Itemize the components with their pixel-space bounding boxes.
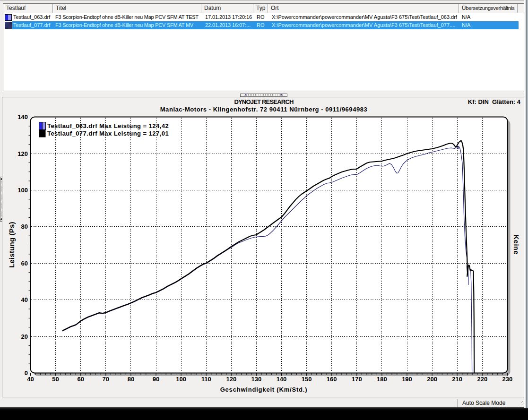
svg-text:Kf: DIN Glätten: 4: Kf: DIN Glätten: 4 xyxy=(468,98,521,105)
svg-text:180: 180 xyxy=(377,376,387,383)
svg-text:110: 110 xyxy=(201,376,211,383)
svg-text:Maniac-Motors - Klingenhofstr.: Maniac-Motors - Klingenhofstr. 72 90411 … xyxy=(160,106,368,113)
svg-text:210: 210 xyxy=(452,376,462,383)
svg-text:220: 220 xyxy=(477,376,487,383)
svg-text:Testlauf_063.drf Max Leistung: Testlauf_063.drf Max Leistung = 124,42 xyxy=(47,122,169,129)
svg-text:Keine: Keine xyxy=(512,235,520,255)
svg-text:230: 230 xyxy=(502,376,513,383)
svg-text:140: 140 xyxy=(17,113,28,120)
svg-text:80: 80 xyxy=(128,376,134,383)
svg-text:100: 100 xyxy=(176,376,186,383)
svg-text:70: 70 xyxy=(103,376,109,383)
svg-text:120: 120 xyxy=(17,150,28,157)
svg-text:60: 60 xyxy=(21,260,28,267)
svg-text:80: 80 xyxy=(21,223,28,230)
svg-text:170: 170 xyxy=(352,376,362,383)
svg-text:40: 40 xyxy=(21,296,28,303)
svg-text:40: 40 xyxy=(27,376,34,383)
svg-text:DYNOJET RESEARCH: DYNOJET RESEARCH xyxy=(234,98,294,105)
svg-text:Geschwindigkeit (Km/Std.): Geschwindigkeit (Km/Std.) xyxy=(220,386,308,393)
svg-text:190: 190 xyxy=(402,376,412,383)
svg-text:150: 150 xyxy=(302,376,312,383)
svg-text:160: 160 xyxy=(327,376,337,383)
svg-text:90: 90 xyxy=(153,376,159,383)
svg-text:60: 60 xyxy=(77,376,84,383)
svg-text:Testlauf_077.drf Max Leistung: Testlauf_077.drf Max Leistung = 127,01 xyxy=(47,130,169,137)
svg-text:50: 50 xyxy=(52,376,59,383)
svg-text:20: 20 xyxy=(21,333,28,340)
svg-text:140: 140 xyxy=(277,376,287,383)
svg-text:120: 120 xyxy=(226,376,236,383)
svg-text:Leistung (Ps): Leistung (Ps) xyxy=(8,222,16,268)
svg-text:100: 100 xyxy=(17,187,28,194)
svg-text:200: 200 xyxy=(427,376,437,383)
svg-text:130: 130 xyxy=(251,376,262,383)
